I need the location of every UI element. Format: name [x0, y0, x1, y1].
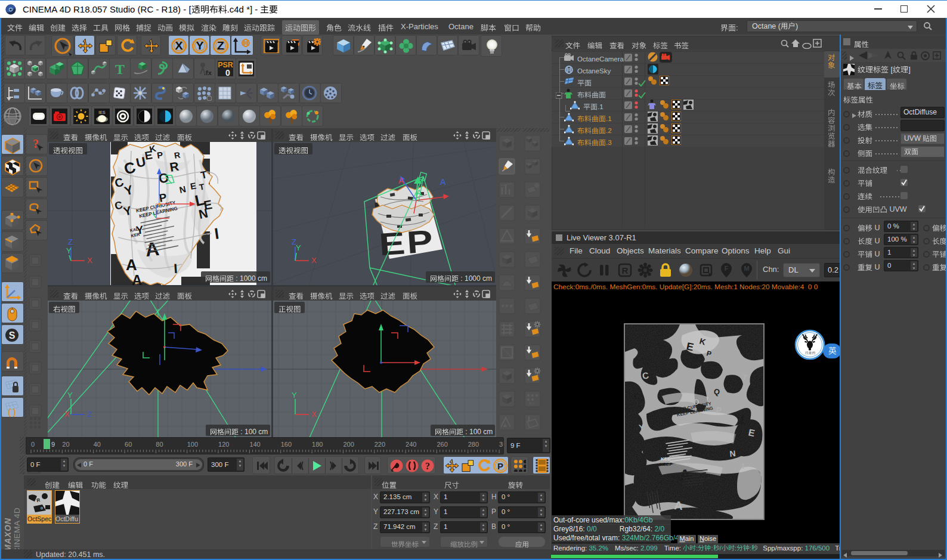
svg-text:280: 280	[468, 441, 479, 448]
svg-text:260: 260	[437, 441, 447, 448]
svg-text:Y: Y	[296, 243, 301, 252]
svg-text:Y: Y	[67, 391, 73, 400]
svg-text:A: A	[398, 176, 404, 185]
svg-text:A: A	[416, 188, 422, 197]
svg-text:Z: Z	[87, 410, 92, 418]
svg-text:A: A	[440, 177, 446, 187]
svg-text:X: X	[87, 256, 92, 264]
svg-text:A: A	[132, 272, 142, 285]
svg-text:T: T	[115, 61, 125, 76]
svg-text:100: 100	[187, 441, 198, 448]
svg-text:80: 80	[156, 441, 163, 448]
svg-text:R: R	[622, 265, 629, 276]
svg-text:A: A	[126, 256, 137, 274]
svg-text:Z: Z	[68, 237, 73, 246]
svg-text:60: 60	[125, 441, 132, 448]
svg-text:P: P	[497, 461, 503, 471]
svg-text:M: M	[744, 265, 749, 272]
svg-text:IES: IES	[98, 110, 106, 115]
svg-text:40: 40	[94, 441, 101, 448]
svg-text:9: 9	[51, 441, 55, 448]
svg-text:x=: x=	[529, 400, 535, 406]
svg-text:X: X	[64, 410, 70, 418]
svg-text:180: 180	[312, 441, 323, 448]
svg-text:.fx: .fx	[204, 69, 212, 76]
svg-text:Z: Z	[217, 40, 224, 52]
svg-text:F: F	[725, 265, 729, 272]
svg-text:S: S	[9, 330, 16, 341]
svg-text:0: 0	[225, 68, 230, 76]
svg-text:200: 200	[343, 441, 354, 448]
svg-text:220: 220	[375, 441, 385, 448]
svg-text:?: ?	[33, 137, 39, 150]
svg-text:Y: Y	[66, 246, 72, 255]
svg-text:Y: Y	[196, 40, 204, 52]
svg-text:120: 120	[218, 441, 229, 448]
svg-text:140: 140	[249, 441, 260, 448]
svg-text:o: o	[41, 506, 43, 510]
svg-text:240: 240	[406, 441, 416, 448]
svg-text:( ): ( )	[8, 407, 16, 417]
svg-text:0: 0	[31, 441, 35, 448]
svg-text:?: ?	[425, 461, 430, 471]
svg-text:X: X	[175, 40, 183, 52]
svg-text:160: 160	[281, 441, 292, 448]
svg-text:300: 300	[499, 441, 503, 448]
svg-text:20: 20	[62, 441, 69, 448]
svg-text:X: X	[311, 410, 317, 418]
svg-text:X: X	[311, 256, 317, 264]
svg-text:Y: Y	[292, 391, 297, 400]
